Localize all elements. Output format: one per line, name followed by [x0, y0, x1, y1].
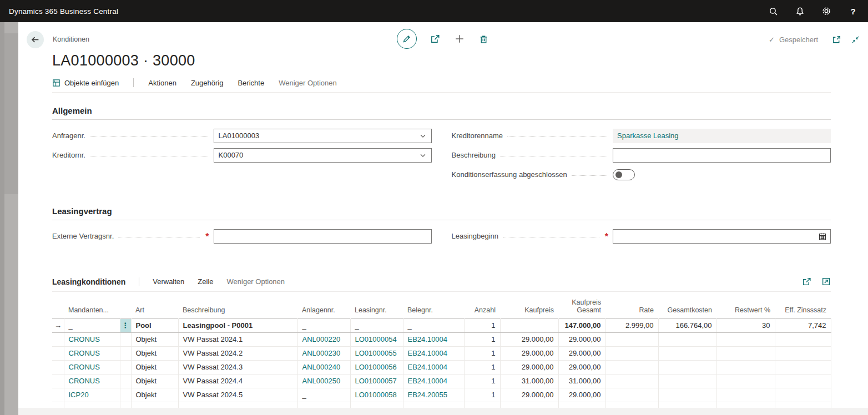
cell-gesamtkosten[interactable]: 166.764,00	[658, 318, 716, 332]
cell-mandant[interactable]: _	[64, 318, 120, 332]
cell-anlagennr[interactable]: ANL000230	[297, 346, 350, 360]
cell-art[interactable]: Objekt	[131, 374, 178, 388]
column-header-rate[interactable]: Rate	[605, 297, 658, 318]
cell-link-leasingnr[interactable]: LO01000054	[355, 335, 397, 343]
cell-kaufpreis[interactable]: 31.000,00	[500, 374, 558, 388]
cell-link-leasingnr[interactable]: LO01000057	[355, 377, 397, 385]
menu-aktionen[interactable]: Aktionen	[148, 79, 176, 87]
kreditornr-combobox[interactable]: K00070	[214, 148, 432, 163]
column-header-gesamtkosten[interactable]: Gesamtkosten	[658, 297, 716, 318]
cell-leasingnr[interactable]: LO01000054	[350, 332, 403, 346]
cell-rate[interactable]: 2.999,00	[605, 318, 658, 332]
cell-kaufpreis_gesamt[interactable]: 29.000,00	[558, 346, 605, 360]
cell-kaufpreis_gesamt[interactable]: 29.000,00	[558, 388, 605, 402]
cell-anzahl[interactable]: 1	[464, 318, 500, 332]
cell-link-mandant[interactable]: CRONUS	[69, 335, 100, 343]
cell-eff_zinssatz[interactable]	[775, 388, 831, 402]
cell-link-mandant[interactable]: CRONUS	[69, 377, 100, 385]
cell-rate[interactable]	[605, 374, 658, 388]
cell-leasingnr[interactable]: _	[350, 318, 403, 332]
part-open-in-new-icon[interactable]	[821, 277, 831, 286]
cell-link-anlagennr[interactable]: ANL000220	[302, 335, 341, 343]
cell-rate[interactable]	[605, 360, 658, 374]
cell-kaufpreis[interactable]: 29.000,00	[500, 388, 558, 402]
cell-anzahl[interactable]: 1	[464, 332, 500, 346]
cell-link-leasingnr[interactable]: LO01000055	[355, 349, 397, 357]
cell-belegnr[interactable]: EB24.10004	[403, 360, 464, 374]
cell-gesamtkosten[interactable]	[658, 360, 716, 374]
part-menu-verwalten[interactable]: Verwalten	[153, 277, 184, 286]
cell-anzahl[interactable]: 1	[464, 346, 500, 360]
cell-gesamtkosten[interactable]	[658, 388, 716, 402]
cell-art[interactable]: Objekt	[131, 388, 178, 402]
cell-belegnr[interactable]: EB24.10004	[403, 374, 464, 388]
cell-beschreibung[interactable]: VW Passat 2024.3	[178, 360, 297, 374]
cell-art[interactable]: Objekt	[131, 346, 178, 360]
cell-beschreibung[interactable]: Leasingpool - P0001	[178, 318, 297, 332]
kreditorenname-value[interactable]: Sparkasse Leasing	[617, 131, 679, 140]
cell-eff_zinssatz[interactable]: 7,742	[775, 318, 831, 332]
cell-restwert[interactable]	[716, 346, 775, 360]
cell-kaufpreis_gesamt[interactable]: 29.000,00	[558, 360, 605, 374]
menu-weniger-optionen[interactable]: Weniger Optionen	[279, 79, 337, 87]
cell-link-mandant[interactable]: ICP20	[69, 391, 89, 399]
cell-link-belegnr[interactable]: EB24.10004	[408, 335, 448, 343]
column-header-beschreibung[interactable]: Beschreibung	[178, 297, 297, 318]
kreditorenname-field[interactable]: Sparkasse Leasing	[613, 129, 831, 143]
cell-anzahl[interactable]: 1	[464, 360, 500, 374]
column-header-anlagennr[interactable]: Anlagennr.	[297, 297, 350, 318]
cell-menu[interactable]	[120, 346, 131, 360]
cell-mandant[interactable]: CRONUS	[64, 332, 120, 346]
cell-gesamtkosten[interactable]	[658, 374, 716, 388]
konditionserfassung-toggle[interactable]	[613, 169, 635, 180]
cell-kaufpreis_gesamt[interactable]: 147.000,00	[558, 318, 605, 332]
cell-kaufpreis_gesamt[interactable]: 31.000,00	[558, 374, 605, 388]
cell-mandant[interactable]: CRONUS	[64, 374, 120, 388]
cell-rate[interactable]	[605, 346, 658, 360]
column-header-kaufpreis[interactable]: Kaufpreis	[500, 297, 558, 318]
column-header-anzahl[interactable]: Anzahl	[464, 297, 500, 318]
cell-link-anlagennr[interactable]: ANL000250	[302, 377, 341, 385]
cell-kaufpreis[interactable]: 29.000,00	[500, 360, 558, 374]
app-title[interactable]: Dynamics 365 Business Central	[9, 7, 118, 16]
cell-rate[interactable]	[605, 388, 658, 402]
cell-anlagennr[interactable]: ANL000220	[297, 332, 350, 346]
cell-beschreibung[interactable]: VW Passat 2024.1	[178, 332, 297, 346]
cell-mandant[interactable]: ICP20	[64, 388, 120, 402]
menu-insert-objects[interactable]: Objekte einfügen	[52, 79, 119, 87]
cell-belegnr[interactable]: EB24.10004	[403, 346, 464, 360]
open-in-new-window-icon[interactable]	[831, 34, 841, 44]
share-button[interactable]	[429, 33, 441, 45]
cell-belegnr[interactable]: EB24.20055	[403, 388, 464, 402]
cell-anlagennr[interactable]: ANL000250	[297, 374, 350, 388]
column-header-leasingnr[interactable]: Leasingnr.	[350, 297, 403, 318]
cell-rate[interactable]	[605, 332, 658, 346]
cell-leasingnr[interactable]: LO01000058	[350, 388, 403, 402]
cell-restwert[interactable]	[716, 374, 775, 388]
cell-link-belegnr[interactable]: EB24.10004	[408, 349, 448, 357]
search-icon[interactable]	[768, 6, 778, 16]
cell-restwert[interactable]	[716, 360, 775, 374]
cell-link-belegnr[interactable]: EB24.10004	[408, 377, 448, 385]
leasingbeginn-input[interactable]	[613, 229, 831, 244]
cell-belegnr[interactable]: _	[403, 318, 464, 332]
cell-link-leasingnr[interactable]: LO01000058	[355, 391, 397, 399]
cell-menu[interactable]: ⋮	[120, 318, 131, 332]
cell-menu[interactable]	[120, 388, 131, 402]
beschreibung-input[interactable]	[613, 148, 831, 163]
cell-menu[interactable]	[120, 332, 131, 346]
cell-eff_zinssatz[interactable]	[775, 374, 831, 388]
cell-link-belegnr[interactable]: EB24.10004	[408, 363, 448, 371]
menu-zugehoerig[interactable]: Zugehörig	[191, 79, 224, 87]
delete-button[interactable]	[478, 33, 490, 45]
help-icon[interactable]: ?	[848, 6, 858, 16]
cell-mandant[interactable]: CRONUS	[64, 360, 120, 374]
cell-anlagennr[interactable]: _	[297, 388, 350, 402]
new-record-button[interactable]	[453, 33, 466, 45]
part-menu-zeile[interactable]: Zeile	[198, 277, 213, 286]
externe-vertragsnr-input[interactable]	[214, 229, 432, 244]
cell-anzahl[interactable]: 1	[464, 374, 500, 388]
cell-kaufpreis[interactable]	[500, 318, 558, 332]
cell-gesamtkosten[interactable]	[658, 346, 716, 360]
part-title[interactable]: Leasingkonditionen	[52, 277, 125, 286]
